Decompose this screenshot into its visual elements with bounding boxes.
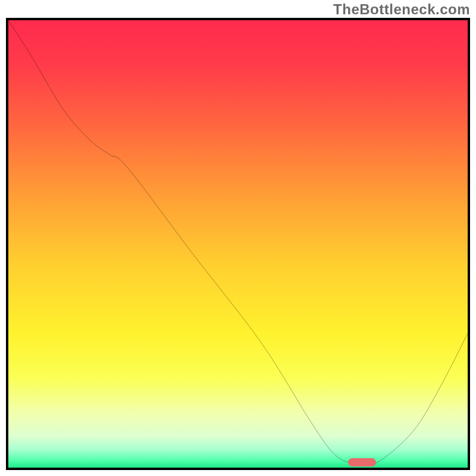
chart-frame [6,18,470,470]
bottleneck-curve [8,20,468,468]
watermark-text: TheBottleneck.com [333,1,470,18]
optimal-range-pill [348,458,375,466]
